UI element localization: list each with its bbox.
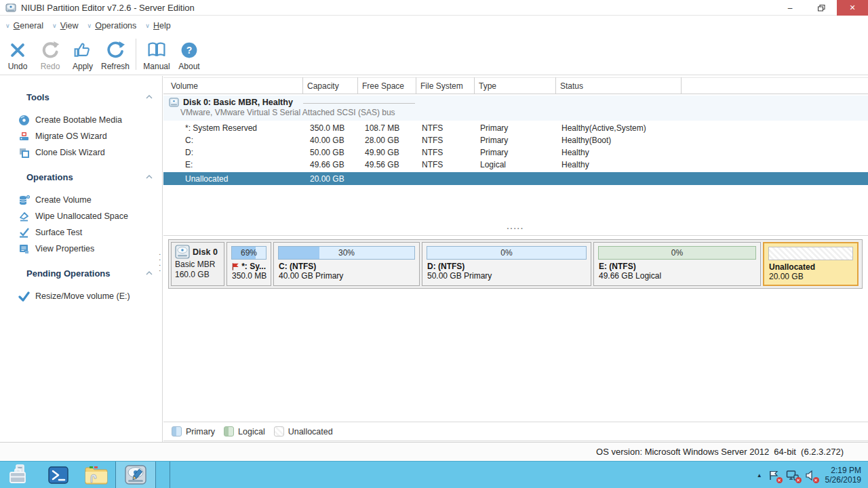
title-bar: NIUBI Partition Editor v7.2.6 - Server E… bbox=[0, 0, 868, 16]
chevron-down-icon: ∨ bbox=[87, 23, 92, 29]
menu-operations[interactable]: ∨Operations bbox=[87, 21, 137, 30]
sidebar-item-surface-test[interactable]: Surface Test bbox=[0, 224, 162, 241]
minimize-button[interactable]: – bbox=[774, 0, 806, 16]
chevron-up-icon bbox=[146, 175, 153, 179]
toolbar-separator bbox=[136, 39, 136, 70]
sidebar-section-tools[interactable]: Tools bbox=[26, 92, 153, 102]
primary-swatch bbox=[172, 426, 182, 436]
sidebar-item-view-properties[interactable]: View Properties bbox=[0, 241, 162, 257]
show-hidden-icons-button[interactable]: ▲ bbox=[757, 472, 762, 479]
legend-primary: Primary bbox=[172, 426, 215, 436]
menu-help[interactable]: ∨Help bbox=[145, 21, 170, 30]
system-tray: ▲ ✕ ✕ ✕ 2:19 PM 5/26/2019 bbox=[757, 462, 868, 488]
usage-bar: 30% bbox=[278, 246, 415, 260]
restore-button[interactable] bbox=[806, 0, 837, 16]
window-title: NIUBI Partition Editor v7.2.6 - Server E… bbox=[21, 3, 195, 13]
table-row-c[interactable]: C:40.00 GB28.00 GBNTFSPrimaryHealthy(Boo… bbox=[163, 134, 868, 146]
file-explorer-icon bbox=[84, 465, 108, 485]
taskbar-server-manager[interactable] bbox=[0, 462, 39, 488]
sidebar-item-create-volume[interactable]: Create Volume bbox=[0, 192, 162, 208]
column-file-system[interactable]: File System bbox=[416, 77, 475, 94]
menu-view[interactable]: ∨View bbox=[52, 21, 78, 30]
disk-map-partition-e[interactable]: 0% E: (NTFS) 49.66 GB Logical bbox=[593, 242, 761, 286]
thumbs-up-icon bbox=[73, 39, 92, 61]
disk-map-partition-c[interactable]: 30% C: (NTFS) 40.00 GB Primary bbox=[273, 242, 420, 286]
chevron-up-icon bbox=[146, 271, 153, 275]
sidebar-section-operations[interactable]: Operations bbox=[26, 171, 153, 182]
disk-group-row[interactable]: Disk 0: Basic MBR, Healthy VMware, VMwar… bbox=[163, 96, 868, 121]
legend: Primary Logical Unallocated bbox=[163, 422, 868, 441]
usage-bar: 0% bbox=[427, 246, 587, 260]
undo-button[interactable]: Undo bbox=[1, 35, 34, 73]
taskbar-powershell[interactable] bbox=[39, 462, 77, 488]
table-row-e[interactable]: E:49.66 GB49.56 GBNTFSLogicalHealthy bbox=[163, 159, 868, 171]
sidebar-item-create-bootable-media[interactable]: Create Bootable Media bbox=[0, 112, 162, 128]
clock-time: 2:19 PM bbox=[831, 466, 861, 475]
usage-bar: 69% bbox=[231, 246, 267, 260]
table-row-d[interactable]: D:50.00 GB49.90 GBNTFSPrimaryHealthy bbox=[163, 146, 868, 159]
error-badge: ✕ bbox=[776, 477, 783, 483]
sidebar-item-wipe-unallocated-space[interactable]: Wipe Unallocated Space bbox=[0, 208, 162, 224]
taskbar-file-explorer[interactable] bbox=[77, 462, 115, 488]
close-button[interactable]: ✕ bbox=[837, 0, 868, 16]
clock-date: 5/26/2019 bbox=[825, 475, 861, 485]
chevron-down-icon: ∨ bbox=[5, 23, 10, 29]
sidebar-splitter-handle[interactable]: ▪▪▪▪ bbox=[158, 252, 162, 274]
pane-splitter-handle[interactable]: ▪▪▪▪▪ bbox=[163, 226, 868, 230]
pending-operation-resize-move[interactable]: Resize/Move volume (E:) bbox=[0, 288, 162, 304]
legend-unallocated: Unallocated bbox=[274, 426, 333, 436]
status-bar: OS version: Microsoft Windows Server 201… bbox=[0, 442, 868, 461]
manual-button[interactable]: Manual bbox=[140, 35, 173, 73]
column-filler bbox=[682, 77, 868, 94]
question-icon: ? bbox=[180, 39, 199, 61]
error-badge: ✕ bbox=[795, 477, 802, 483]
book-icon bbox=[146, 39, 167, 61]
volume-icon bbox=[18, 195, 30, 206]
sidebar-item-migrate-os-wizard[interactable]: Migrate OS Wizard bbox=[0, 128, 162, 144]
cd-icon bbox=[18, 115, 30, 126]
table-header: Volume Capacity Free Space File System T… bbox=[163, 77, 868, 94]
apply-button[interactable]: Apply bbox=[66, 35, 99, 73]
disk-map-unallocated-selected[interactable]: Unallocated 20.00 GB bbox=[763, 242, 859, 286]
group-rule bbox=[303, 103, 415, 104]
refresh-button[interactable]: Refresh bbox=[99, 35, 132, 73]
flag-icon bbox=[232, 262, 239, 271]
action-center-flag-icon[interactable]: ✕ bbox=[768, 470, 780, 481]
volume-muted-icon[interactable]: ✕ bbox=[805, 470, 816, 481]
taskbar-clock[interactable]: 2:19 PM 5/26/2019 bbox=[825, 466, 861, 485]
disk-map-partition-system-reserved[interactable]: 69% *: Sy... 350.0 MB bbox=[226, 242, 271, 286]
chevron-down-icon: ∨ bbox=[145, 23, 150, 29]
disk-map-partition-d[interactable]: 0% D: (NTFS) 50.00 GB Primary bbox=[422, 242, 591, 286]
taskbar-niubi-active[interactable] bbox=[115, 462, 156, 488]
taskbar: ▲ ✕ ✕ ✕ 2:19 PM 5/26/2019 bbox=[0, 461, 868, 488]
main-panel: Volume Capacity Free Space File System T… bbox=[163, 76, 868, 442]
mute-badge: ✕ bbox=[813, 477, 819, 483]
legend-logical: Logical bbox=[224, 426, 265, 436]
volume-table: *: System Reserved350.0 MB108.7 MBNTFSPr… bbox=[163, 122, 868, 185]
eraser-icon bbox=[18, 211, 30, 222]
menu-bar: ∨General ∨View ∨Operations ∨Help bbox=[0, 16, 868, 35]
column-capacity[interactable]: Capacity bbox=[303, 77, 358, 94]
sidebar-item-clone-disk-wizard[interactable]: Clone Disk Wizard bbox=[0, 144, 162, 161]
disk-icon bbox=[175, 245, 190, 259]
column-type[interactable]: Type bbox=[475, 77, 556, 94]
unallocated-swatch bbox=[274, 426, 284, 436]
disk-map: Disk 0 Basic MBR 160.0 GB 69% *: Sy... 3… bbox=[168, 239, 863, 289]
network-icon[interactable]: ✕ bbox=[786, 470, 799, 481]
disk-map-disk-info[interactable]: Disk 0 Basic MBR 160.0 GB bbox=[171, 242, 224, 286]
column-volume[interactable]: Volume bbox=[163, 77, 303, 94]
niubi-icon bbox=[123, 464, 148, 487]
menu-general[interactable]: ∨General bbox=[5, 21, 43, 30]
disk-icon bbox=[169, 98, 179, 107]
redo-icon bbox=[41, 39, 60, 61]
app-icon bbox=[5, 2, 16, 13]
table-row-unallocated-selected[interactable]: Unallocated20.00 GB bbox=[163, 172, 868, 185]
column-status[interactable]: Status bbox=[556, 77, 682, 94]
sidebar: Tools Create Bootable Media Migrate OS W… bbox=[0, 76, 163, 442]
table-row-system-reserved[interactable]: *: System Reserved350.0 MB108.7 MBNTFSPr… bbox=[163, 122, 868, 134]
redo-button[interactable]: Redo bbox=[34, 35, 66, 73]
chevron-down-icon: ∨ bbox=[52, 23, 57, 29]
column-free-space[interactable]: Free Space bbox=[358, 77, 416, 94]
about-button[interactable]: ? About bbox=[173, 35, 205, 73]
sidebar-section-pending-operations[interactable]: Pending Operations bbox=[26, 268, 153, 279]
